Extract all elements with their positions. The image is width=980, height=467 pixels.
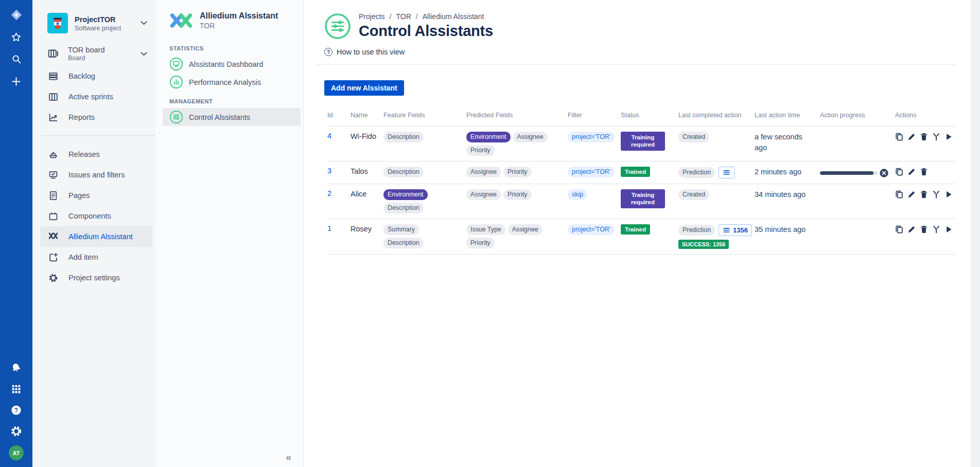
sidebar-item-board[interactable]: TOR board Board bbox=[32, 42, 155, 66]
panel-item-performance-analysis[interactable]: Performance Analysis bbox=[155, 73, 303, 91]
column-header-filter: Filter bbox=[568, 112, 621, 119]
copy-action-button[interactable] bbox=[895, 168, 903, 176]
feature-field-pill: Description bbox=[383, 203, 424, 213]
predicted-field-pill: Priority bbox=[503, 189, 532, 200]
edit-action-button[interactable] bbox=[907, 225, 916, 233]
edit-action-button[interactable] bbox=[907, 190, 916, 199]
success-badge: SUCCESS: 1356 bbox=[678, 240, 729, 249]
sidebar-item-reports[interactable]: Reports bbox=[32, 107, 155, 128]
predicted-field-pill: Issue Type bbox=[466, 224, 505, 235]
feature-fields-cell: SummaryDescription bbox=[383, 224, 466, 248]
copy-action-button[interactable] bbox=[895, 190, 903, 199]
action-progress-bar bbox=[820, 168, 889, 178]
breadcrumb-link-tor[interactable]: TOR bbox=[396, 12, 411, 21]
sidebar-item-issues-and-filters[interactable]: Issues and filters bbox=[32, 165, 155, 185]
filter-pill: skip bbox=[568, 189, 587, 200]
dashboard-icon bbox=[169, 57, 183, 71]
copy-action-button[interactable] bbox=[895, 225, 903, 233]
scrollbar-track[interactable] bbox=[971, 0, 980, 467]
row-actions bbox=[895, 133, 949, 141]
plugin-subtitle: TOR bbox=[200, 22, 278, 30]
feature-fields-cell: Description bbox=[383, 167, 466, 177]
user-avatar[interactable]: AT bbox=[9, 445, 24, 460]
gear-icon bbox=[48, 273, 58, 283]
feature-field-pill: Description bbox=[383, 132, 424, 142]
column-header-last-action-time: Last action time bbox=[755, 112, 820, 119]
run-action-button[interactable] bbox=[944, 225, 953, 233]
sidebar-item-alliedium-alssistant[interactable]: Alliedium Alssistant bbox=[40, 226, 152, 247]
breadcrumb-separator: / bbox=[416, 12, 418, 21]
assistant-id-link[interactable]: 1 bbox=[327, 224, 331, 232]
app-switcher-icon[interactable] bbox=[10, 382, 23, 396]
predicted-field-pill: Environment bbox=[466, 132, 511, 142]
column-header-feature-fields: Feature Fields bbox=[383, 112, 466, 119]
how-to-use-link[interactable]: ? How to use this view bbox=[324, 48, 405, 56]
last-completed-action-cell: Created bbox=[678, 189, 755, 200]
assistant-id-link[interactable]: 4 bbox=[327, 132, 331, 140]
cancel-action-button[interactable] bbox=[879, 168, 889, 178]
settings-icon[interactable] bbox=[10, 424, 23, 438]
edit-action-button[interactable] bbox=[907, 133, 916, 141]
add-assistant-button[interactable]: Add new Alssistant bbox=[324, 80, 404, 96]
edit-action-button[interactable] bbox=[907, 168, 916, 176]
sidebar-item-project-settings[interactable]: Project settings bbox=[32, 267, 155, 288]
assistant-row: 2 Alice EnvironmentDescription AssigneeP… bbox=[327, 184, 955, 219]
assistant-id-link[interactable]: 3 bbox=[327, 167, 331, 175]
sidebar-item-components[interactable]: Components bbox=[32, 206, 155, 226]
board-icon bbox=[48, 49, 59, 59]
how-to-use-label: How to use this view bbox=[337, 48, 405, 56]
predicted-fields-cell: AssigneePriority bbox=[466, 167, 568, 177]
delete-action-button[interactable] bbox=[920, 190, 928, 199]
run-action-button[interactable] bbox=[944, 190, 953, 199]
sidebar-item-add-item[interactable]: Add item bbox=[32, 247, 155, 267]
breadcrumb-link-projects[interactable]: Projects bbox=[359, 12, 385, 21]
panel-item-alssistants-dashboard[interactable]: Alssistants Dashboard bbox=[155, 55, 303, 73]
assistant-id-link[interactable]: 2 bbox=[327, 189, 331, 197]
notifications-icon[interactable] bbox=[10, 361, 23, 374]
plugin-panel: Alliedium Alssistant TOR STATISTICS Alss… bbox=[155, 0, 304, 467]
chevron-down-icon[interactable] bbox=[141, 21, 147, 25]
additem-icon bbox=[48, 253, 58, 262]
favorites-icon[interactable] bbox=[10, 30, 23, 44]
assistant-row: 4 Wi-Fido Description EnvironmentAssigne… bbox=[327, 126, 955, 161]
search-icon[interactable] bbox=[10, 52, 23, 66]
board-type: Board bbox=[68, 55, 104, 62]
jira-logo-icon[interactable] bbox=[10, 8, 23, 22]
prediction-results-button[interactable]: 1356 bbox=[719, 224, 752, 236]
delete-action-button[interactable] bbox=[920, 168, 928, 176]
breadcrumb-link-alliedium-alssistant[interactable]: Alliedium Alssistant bbox=[423, 12, 484, 21]
sidebar-item-active-sprints[interactable]: Active sprints bbox=[32, 86, 155, 107]
branch-action-button[interactable] bbox=[932, 190, 940, 199]
column-header-status: Status bbox=[621, 112, 678, 119]
collapse-panel-button[interactable]: « bbox=[286, 452, 291, 463]
plugin-header: Alliedium Alssistant TOR bbox=[155, 0, 303, 38]
last-completed-action-cell: Prediction bbox=[678, 167, 755, 178]
feature-field-pill: Environment bbox=[383, 189, 428, 200]
project-type: Software project bbox=[75, 25, 121, 32]
project-switcher[interactable]: ProjectTOR Software project bbox=[32, 0, 155, 42]
help-icon[interactable]: ? bbox=[10, 403, 23, 417]
panel-item-control-alssistants[interactable]: Control Alssistants bbox=[163, 108, 301, 126]
create-icon[interactable] bbox=[10, 75, 23, 88]
main-content: Projects/TOR/Alliedium Alssistant Contro… bbox=[304, 0, 971, 467]
feature-field-pill: Summary bbox=[383, 224, 419, 235]
alliedium-logo-icon bbox=[169, 12, 193, 29]
chevron-down-icon[interactable] bbox=[141, 52, 147, 56]
run-action-button[interactable] bbox=[944, 133, 953, 141]
status-badge: Training required bbox=[621, 132, 665, 151]
delete-action-button[interactable] bbox=[920, 133, 928, 141]
copy-action-button[interactable] bbox=[895, 133, 903, 141]
sidebar-item-backlog[interactable]: Backlog bbox=[32, 66, 155, 86]
predicted-field-pill: Priority bbox=[466, 238, 495, 248]
svg-text:?: ? bbox=[14, 406, 18, 414]
feature-field-pill: Description bbox=[383, 238, 424, 248]
sidebar-item-pages[interactable]: Pages bbox=[32, 185, 155, 206]
last-action-pill: Created bbox=[678, 189, 709, 200]
prediction-results-button[interactable] bbox=[719, 167, 734, 178]
page-title: Control Alssistants bbox=[359, 23, 493, 40]
sidebar-item-releases[interactable]: Releases bbox=[32, 144, 155, 165]
branch-action-button[interactable] bbox=[932, 133, 940, 141]
filter-pill: project='TOR' bbox=[568, 132, 615, 142]
delete-action-button[interactable] bbox=[920, 225, 928, 233]
branch-action-button[interactable] bbox=[932, 225, 940, 233]
